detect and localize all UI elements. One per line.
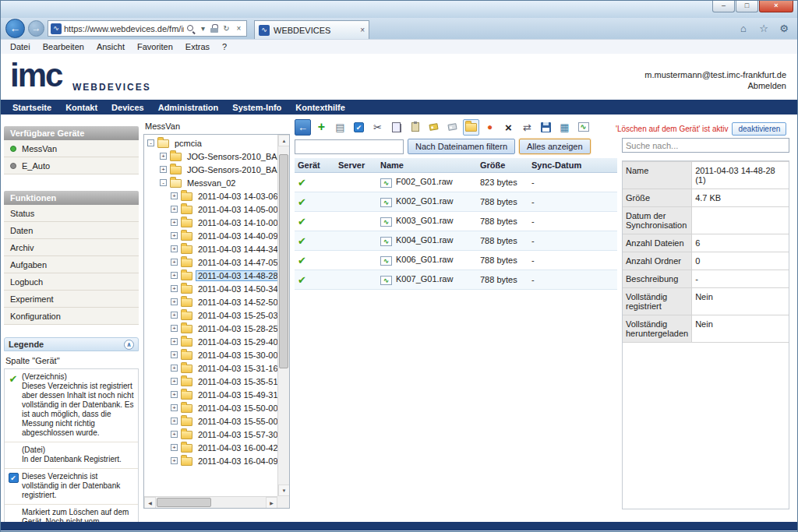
toolbar-tag-button[interactable]	[425, 119, 442, 136]
window-titlebar[interactable]: – □ ×	[1, 1, 797, 18]
toolbar-transfer-button[interactable]	[519, 119, 535, 136]
browser-tab[interactable]: ∿ WEBDEVICES ×	[254, 20, 369, 39]
menu-datei[interactable]: Datei	[4, 42, 37, 51]
tree-item[interactable]: JOG-Sensors-2010_BAN	[144, 150, 277, 163]
tree-item[interactable]: 2011-04-03 15-35-51 (1)	[144, 375, 277, 388]
forward-icon[interactable]: →	[28, 20, 44, 37]
nav-system-info[interactable]: System-Info	[225, 103, 288, 112]
tree-item[interactable]: 2011-04-03 15-30-00 (2)	[144, 348, 277, 361]
sidebar-item-daten[interactable]: Daten	[4, 222, 139, 239]
file-row[interactable]: K006_G01.raw 788 bytes -	[295, 251, 617, 270]
sidebar-item-logbuch[interactable]: Logbuch	[4, 273, 139, 291]
file-row[interactable]: F002_G01.raw 823 bytes -	[295, 173, 617, 192]
col-groesse[interactable]: Größe	[477, 158, 528, 173]
scroll-left-icon[interactable]: ◀	[144, 497, 156, 509]
vertical-scrollbar[interactable]: ▲ ▼	[277, 135, 289, 496]
nav-devices[interactable]: Devices	[104, 103, 151, 112]
toolbar-print-button[interactable]	[332, 119, 348, 136]
tree-item[interactable]: 2011-04-03 14-44-34 (2)	[144, 242, 277, 255]
expand-icon[interactable]	[160, 166, 167, 173]
tree-item[interactable]: 2011-04-03 14-52-50 (1)	[144, 295, 277, 308]
toolbar-copy-button[interactable]	[388, 119, 404, 136]
toolbar-folder-button[interactable]	[463, 119, 479, 136]
device-item-messvan[interactable]: MessVan	[4, 140, 139, 157]
col-geraet[interactable]: Gerät	[295, 158, 335, 173]
tree-item[interactable]: 2011-04-03 14-05-00 (1)	[144, 203, 277, 216]
home-icon[interactable]: ⌂	[735, 23, 752, 34]
show-all-button[interactable]: Alles anzeigen	[519, 139, 591, 154]
favorites-star-icon[interactable]: ☆	[755, 23, 772, 34]
refresh-icon[interactable]: ↻	[221, 24, 231, 33]
menu-extras[interactable]: Extras	[179, 42, 216, 51]
toolbar-tag2-button[interactable]	[444, 119, 461, 136]
menu-ansicht[interactable]: Ansicht	[90, 42, 131, 51]
scroll-down-icon[interactable]: ▼	[278, 484, 290, 496]
maximize-button[interactable]: □	[736, 1, 758, 12]
tree-item[interactable]: 2011-04-03 15-28-25 (1)	[144, 322, 277, 335]
tree-item[interactable]: 2011-04-03 15-25-03 (1)	[144, 308, 277, 322]
tree-item[interactable]: 2011-04-03 15-29-40 (2)	[144, 335, 277, 348]
scroll-thumb[interactable]	[279, 154, 288, 368]
expand-icon[interactable]	[171, 391, 178, 398]
stop-icon[interactable]: ×	[234, 24, 244, 33]
tree-item[interactable]: 2011-04-03 15-50-00 (2)	[144, 401, 277, 414]
tree-item[interactable]: 2011-04-03 14-47-05 (1)	[144, 255, 277, 269]
expand-icon[interactable]	[171, 404, 178, 411]
toolbar-paste-button[interactable]	[407, 119, 423, 136]
deactivate-button[interactable]: deaktivieren	[732, 122, 786, 136]
tree-item[interactable]: 2011-04-03 14-10-00 (1)	[144, 216, 277, 229]
filter-button[interactable]: Nach Dateinamen filtern	[408, 139, 515, 154]
scroll-thumb[interactable]	[157, 498, 211, 507]
tree-item[interactable]: Messvan_02	[144, 176, 277, 189]
sidebar-item-aufgaben[interactable]: Aufgaben	[4, 256, 139, 273]
expand-icon[interactable]	[171, 417, 178, 425]
search-icon[interactable]	[186, 24, 196, 33]
expand-icon[interactable]	[171, 365, 178, 372]
expand-icon[interactable]	[171, 219, 178, 226]
sidebar-item-status[interactable]: Status	[4, 205, 139, 222]
expand-icon[interactable]	[171, 312, 178, 319]
nav-administration[interactable]: Administration	[151, 103, 226, 112]
tree-item[interactable]: 2011-04-03 15-31-16 (1)	[144, 361, 277, 375]
sidebar-item-konfiguration[interactable]: Konfiguration	[4, 308, 139, 325]
url-text[interactable]: https://www.webdevices.de/fm/index/bi	[64, 24, 184, 33]
toolbar-back-button[interactable]	[295, 119, 311, 136]
toolbar-cut-button[interactable]	[369, 119, 386, 136]
menu-bearbeiten[interactable]: Bearbeiten	[37, 42, 90, 51]
expand-icon[interactable]	[171, 325, 178, 332]
tree-item[interactable]: JOG-Sensors-2010_BAN_imcDe	[144, 163, 277, 176]
expand-icon[interactable]	[171, 232, 178, 239]
collapse-icon[interactable]	[147, 139, 154, 146]
tree-item[interactable]: 2011-04-03 16-04-09 (1)	[144, 454, 277, 467]
logout-link[interactable]: Abmelden	[644, 80, 786, 91]
back-icon[interactable]: ←	[5, 19, 25, 38]
file-row[interactable]: K002_G01.raw 788 bytes -	[295, 192, 617, 212]
tree-item[interactable]: 2011-04-03 16-00-42 (4)	[144, 441, 277, 454]
sidebar-item-experiment[interactable]: Experiment	[4, 291, 139, 308]
menu-hilfe[interactable]: ?	[216, 42, 233, 51]
expand-icon[interactable]	[171, 351, 178, 358]
filename-filter-input[interactable]	[295, 139, 404, 154]
toolbar-grid-button[interactable]	[556, 119, 573, 136]
legend-collapse-icon[interactable]: ∧	[124, 340, 134, 350]
expand-icon[interactable]	[171, 298, 178, 305]
settings-gear-icon[interactable]: ⚙	[775, 23, 793, 34]
expand-icon[interactable]	[171, 259, 178, 266]
expand-icon[interactable]	[171, 378, 178, 385]
address-dropdown-icon[interactable]: ▾	[198, 24, 208, 33]
nav-startseite[interactable]: Startseite	[5, 103, 58, 112]
toolbar-curve-button[interactable]	[575, 119, 591, 136]
tab-close-icon[interactable]: ×	[360, 26, 365, 34]
expand-icon[interactable]	[160, 153, 167, 160]
horizontal-scrollbar[interactable]: ◀ ▶	[144, 496, 277, 508]
tree-item-selected[interactable]: 2011-04-03 14-48-28 (1)	[144, 269, 277, 282]
tree-item[interactable]: 2011-04-03 15-55-00 (2)	[144, 414, 277, 428]
expand-icon[interactable]	[171, 206, 178, 213]
toolbar-save-button[interactable]	[538, 119, 554, 136]
nav-kontakt[interactable]: Kontakt	[58, 103, 104, 112]
file-row[interactable]: K003_G01.raw 788 bytes -	[295, 212, 617, 231]
scroll-up-icon[interactable]: ▲	[278, 135, 290, 146]
close-button[interactable]: ×	[759, 1, 793, 12]
expand-icon[interactable]	[171, 431, 178, 438]
search-input[interactable]	[622, 138, 789, 153]
